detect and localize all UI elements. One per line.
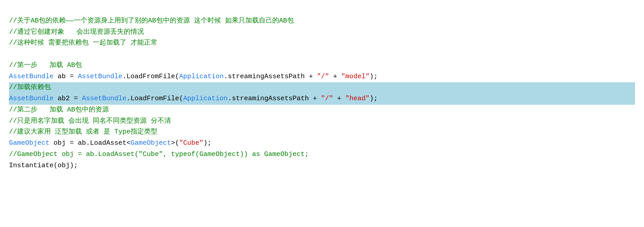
code-segment: + xyxy=(329,73,341,80)
code-line: //建议大家用 泛型加载 或者 是 Type指定类型 xyxy=(9,127,635,138)
code-line: AssetBundle ab = AssetBundle.LoadFromFil… xyxy=(9,71,635,83)
code-line: //第一步 加载 AB包 xyxy=(9,60,635,71)
code-segment: .LoadFromFile( xyxy=(122,73,179,80)
code-segment: Application xyxy=(179,73,224,80)
code-segment: ); xyxy=(369,73,378,80)
code-segment: .LoadFromFile( xyxy=(126,95,183,102)
code-segment: AssetBundle xyxy=(9,95,54,102)
code-line: //通过它创建对象 会出现资源丢失的情况 xyxy=(9,27,635,38)
code-segment: //第一步 加载 AB包 xyxy=(9,62,82,69)
code-segment: ab2 = xyxy=(54,95,82,102)
code-segment: obj = ab.LoadAsset< xyxy=(50,139,131,147)
code-segment: GameObject xyxy=(9,139,50,147)
code-segment: "/" xyxy=(317,73,329,80)
code-segment: Application xyxy=(183,95,228,102)
code-segment: "head" xyxy=(345,95,369,102)
code-line: //第二步 加载 AB包中的资源 xyxy=(9,105,635,116)
code-segment: ab = xyxy=(54,73,78,80)
code-segment: "/" xyxy=(321,95,333,102)
code-line: //只是用名字加载 会出现 同名不同类型资源 分不清 xyxy=(9,116,635,127)
code-line xyxy=(9,49,635,60)
code-segment: //加载依赖包 xyxy=(9,84,51,91)
code-segment: >( xyxy=(171,139,179,147)
code-line: Instantiate(obj); xyxy=(9,160,635,172)
code-segment: //第二步 加载 AB包中的资源 xyxy=(9,106,109,114)
code-line: //加载依赖包 xyxy=(9,82,635,93)
code-segment: + xyxy=(333,95,345,102)
code-line: AssetBundle ab2 = AssetBundle.LoadFromFi… xyxy=(9,93,635,105)
code-segment: //关于AB包的依赖——一个资源身上用到了别的AB包中的资源 这个时候 如果只加… xyxy=(9,17,294,25)
code-segment: //建议大家用 泛型加载 或者 是 Type指定类型 xyxy=(9,128,158,136)
code-segment: AssetBundle xyxy=(82,95,126,102)
code-line: //这种时候 需要把依赖包 一起加载了 才能正常 xyxy=(9,38,635,49)
code-segment: //这种时候 需要把依赖包 一起加载了 才能正常 xyxy=(9,39,158,47)
code-segment: .streamingAssetsPath + xyxy=(228,95,321,102)
code-segment: "Cube" xyxy=(179,139,203,147)
code-segment: //通过它创建对象 会出现资源丢失的情况 xyxy=(9,28,144,36)
code-segment: //GameObject obj = ab.LoadAsset("Cube", … xyxy=(9,151,309,158)
code-line: GameObject obj = ab.LoadAsset<GameObject… xyxy=(9,138,635,149)
code-line: //GameObject obj = ab.LoadAsset("Cube", … xyxy=(9,149,635,160)
code-segment: Instantiate(obj); xyxy=(9,162,78,169)
code-segment: .streamingAssetsPath + xyxy=(224,73,317,80)
code-segment: ); xyxy=(203,139,212,147)
code-segment: "model" xyxy=(341,73,369,80)
code-segment: GameObject xyxy=(131,139,171,147)
code-segment: //只是用名字加载 会出现 同名不同类型资源 分不清 xyxy=(9,117,171,125)
code-editor: //关于AB包的依赖——一个资源身上用到了别的AB包中的资源 这个时候 如果只加… xyxy=(9,4,635,171)
code-segment: AssetBundle xyxy=(9,73,54,80)
code-line: //关于AB包的依赖——一个资源身上用到了别的AB包中的资源 这个时候 如果只加… xyxy=(9,16,635,27)
code-segment: AssetBundle xyxy=(78,73,122,80)
code-segment: ); xyxy=(369,95,378,102)
